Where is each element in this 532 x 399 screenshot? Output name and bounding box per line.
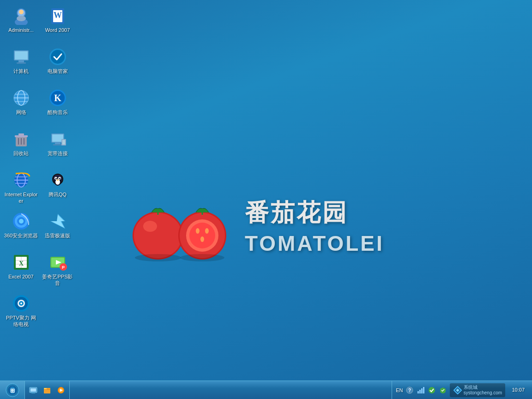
svg-point-96: [429, 387, 435, 393]
icon-recycle[interactable]: 回收站: [4, 127, 38, 166]
icon-xunlei[interactable]: 迅雷极速版: [40, 209, 75, 248]
svg-text:K: K: [54, 93, 61, 103]
recycle-icon: [12, 130, 30, 148]
excel2007-icon: X: [12, 253, 30, 272]
broadband-label: 宽带连接: [48, 150, 68, 157]
svg-rect-30: [62, 140, 65, 145]
svg-point-74: [189, 223, 215, 248]
360browser-label: 360安全浏览器: [4, 232, 38, 239]
qq-label: 腾讯QQ: [48, 191, 66, 198]
svg-rect-95: [423, 387, 424, 393]
start-button[interactable]: ⊞: [0, 381, 25, 399]
quick-launch: [25, 381, 70, 399]
svg-point-13: [51, 50, 65, 64]
svg-point-42: [55, 178, 57, 179]
icon-excel2007[interactable]: X Excel 2007: [4, 250, 38, 290]
brand-chinese-text: 番茄花园: [245, 197, 384, 229]
icon-row-6: 360安全浏览器 迅雷极速版: [4, 209, 75, 248]
icon-network[interactable]: 网络: [4, 86, 38, 125]
xunlei-label: 迅雷极速版: [45, 232, 70, 239]
icon-row-7: X Excel 2007 P 姜奇艺PPS影音: [4, 250, 75, 290]
icon-pptv[interactable]: PPTV聚力 网络电视: [4, 291, 38, 331]
tomato-brand-area: 番茄花园 TOMATOLEI: [125, 180, 448, 272]
icon-row-1: Administr... W Word 2007: [4, 4, 75, 43]
computer-icon: [12, 48, 30, 66]
network-tray-icon[interactable]: [417, 386, 425, 394]
systongcheng-text: 系统城 systongcheng.com: [464, 385, 502, 396]
icon-row-5: Internet Explorer: [4, 168, 75, 207]
svg-point-48: [19, 219, 24, 224]
svg-point-76: [205, 228, 209, 234]
administrator-label: Administr...: [8, 27, 33, 33]
svg-rect-83: [30, 388, 36, 392]
network-label: 网络: [16, 109, 26, 115]
windows-explorer-button[interactable]: [41, 384, 54, 397]
svg-point-43: [59, 178, 60, 179]
word2007-label: Word 2007: [45, 27, 70, 33]
svg-marker-50: [51, 215, 64, 228]
icon-360browser[interactable]: 360安全浏览器: [4, 209, 38, 248]
icon-computer[interactable]: 计算机: [4, 45, 38, 84]
word2007-icon: W: [48, 6, 67, 25]
360browser-icon: [12, 212, 30, 230]
icon-word2007[interactable]: W Word 2007: [40, 4, 75, 43]
svg-text:⊞: ⊞: [10, 387, 15, 394]
icon-row-4: 回收站 宽带连接: [4, 127, 75, 166]
svg-point-44: [57, 180, 59, 181]
icon-iqiyi[interactable]: P 姜奇艺PPS影音: [40, 250, 75, 290]
icon-broadband[interactable]: 宽带连接: [40, 127, 75, 166]
qqmusic-label: 酷狗音乐: [48, 109, 68, 115]
show-desktop-button[interactable]: [27, 384, 40, 397]
svg-text:P: P: [61, 265, 64, 270]
svg-point-68: [134, 213, 182, 258]
svg-text:W: W: [54, 11, 62, 20]
icon-row-8: PPTV聚力 网络电视: [4, 291, 75, 331]
svg-rect-9: [15, 51, 28, 60]
icon-qq[interactable]: 腾讯QQ: [40, 168, 75, 207]
icon-qqmusic[interactable]: K 酷狗音乐: [40, 86, 75, 125]
icon-row-3: 网络 K 酷狗音乐: [4, 86, 75, 125]
media-player-button[interactable]: [54, 384, 67, 397]
tomato-illustration: [125, 189, 236, 263]
administrator-icon: [12, 6, 30, 25]
icon-pcmanager[interactable]: 电脑管家: [40, 45, 75, 84]
svg-text:X: X: [18, 260, 23, 267]
svg-point-69: [143, 221, 157, 232]
icon-ie[interactable]: Internet Explorer: [4, 168, 38, 207]
antivirus-tray-icon[interactable]: [428, 386, 436, 394]
network-icon: [12, 89, 30, 107]
svg-point-78: [180, 254, 224, 261]
broadband-icon: [48, 130, 67, 148]
taskbar: ⊞ EN: [0, 381, 532, 399]
language-indicator[interactable]: EN: [396, 387, 403, 393]
tomato-text-area: 番茄花园 TOMATOLEI: [245, 197, 384, 256]
svg-rect-11: [17, 62, 26, 64]
ie-label: Internet Explorer: [4, 191, 38, 205]
icon-administrator[interactable]: Administr...: [4, 4, 38, 43]
desktop-icons-container: Administr... W Word 2007: [4, 4, 75, 331]
computer-label: 计算机: [13, 68, 29, 74]
qq-icon: [48, 171, 67, 189]
svg-rect-27: [55, 143, 60, 144]
systongcheng-diamond-icon: [453, 386, 462, 394]
svg-point-66: [20, 302, 22, 304]
svg-rect-10: [18, 60, 24, 62]
brand-english-text: TOMATOLEI: [245, 231, 384, 256]
system-clock[interactable]: 10:07: [508, 387, 528, 393]
shield-tray-icon[interactable]: [439, 386, 447, 394]
svg-rect-86: [44, 388, 47, 389]
pcmanager-label: 电脑管家: [48, 68, 68, 74]
xunlei-icon: [48, 212, 67, 230]
systongcheng-logo[interactable]: 系统城 systongcheng.com: [450, 383, 505, 397]
help-tray-icon[interactable]: ?: [405, 386, 414, 394]
qqmusic-icon: K: [48, 89, 67, 107]
ie-icon: [12, 171, 30, 189]
pcmanager-icon: [48, 48, 67, 66]
svg-point-70: [135, 254, 181, 261]
svg-rect-23: [15, 135, 28, 137]
svg-rect-24: [18, 133, 24, 135]
svg-point-75: [196, 228, 200, 234]
pptv-icon: [12, 294, 30, 313]
system-tray: EN ?: [392, 381, 532, 399]
desktop: Administr... W Word 2007: [0, 0, 532, 386]
